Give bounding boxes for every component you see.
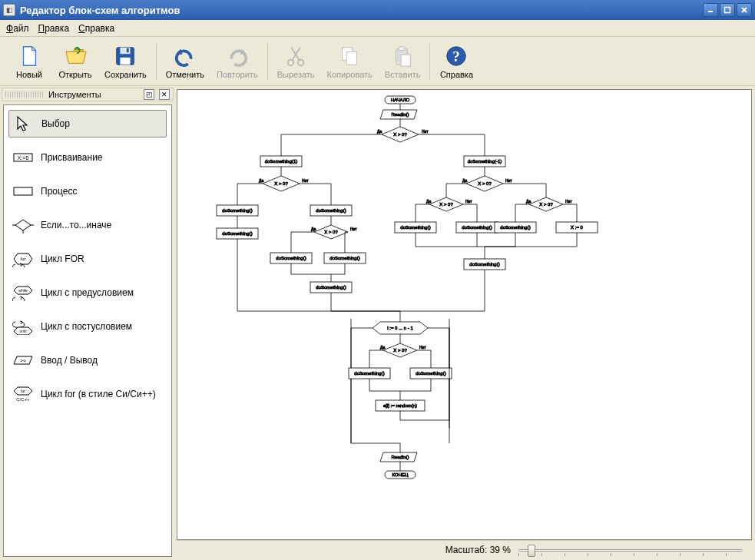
paste-button[interactable]: Вставить <box>379 39 427 84</box>
copy-button[interactable]: Копировать <box>321 39 379 84</box>
tool-io-label: Ввод / Вывод <box>41 355 98 366</box>
redo-label: Повторить <box>217 70 258 79</box>
svg-text:doSomething(): doSomething() <box>276 256 306 260</box>
svg-text:Нет: Нет <box>422 129 429 134</box>
tool-if[interactable]: Если...то...иначе <box>8 211 167 239</box>
zoom-slider[interactable] <box>515 543 746 557</box>
svg-text:Да: Да <box>462 178 467 183</box>
toolbar: Новый Открыть Сохранить Отменить Повтори… <box>0 37 755 86</box>
tool-until[interactable]: until Цикл с постусловием <box>8 313 167 340</box>
svg-text:for: for <box>20 257 25 261</box>
minimize-button[interactable] <box>703 3 718 17</box>
svg-text:doSomething(): doSomething() <box>469 262 499 267</box>
svg-text:Нет: Нет <box>302 178 309 183</box>
svg-text:Нет: Нет <box>419 345 426 350</box>
svg-rect-14 <box>401 55 410 66</box>
instruments-header: Инструменты ◰ ✕ <box>2 88 174 101</box>
svg-text:X > 0?: X > 0? <box>274 181 288 186</box>
paste-label: Вставить <box>385 70 421 79</box>
svg-text:doSomething(): doSomething() <box>222 231 252 236</box>
new-file-icon <box>17 44 41 68</box>
titlebar: ◧ Редактор блок-схем алгоритмов <box>0 0 755 20</box>
until-icon: until <box>12 317 35 336</box>
svg-rect-11 <box>346 51 356 65</box>
svg-text:doSomething(): doSomething() <box>316 208 346 213</box>
svg-text:?: ? <box>453 48 460 64</box>
assign-icon: X:=0 <box>12 148 35 167</box>
open-label: Открыть <box>58 70 91 79</box>
redo-button[interactable]: Повторить <box>210 39 264 84</box>
svg-text:Да: Да <box>311 227 316 231</box>
svg-text:Readln(): Readln() <box>391 112 409 117</box>
svg-text:i := 0 ... n - 1: i := 0 ... n - 1 <box>387 326 413 330</box>
svg-text:doSomething(): doSomething() <box>329 256 359 260</box>
svg-rect-7 <box>127 48 129 52</box>
help-button[interactable]: ? Справка <box>433 39 479 84</box>
svg-text:doSomething(): doSomething() <box>222 208 252 213</box>
svg-rect-13 <box>399 46 405 50</box>
undo-button[interactable]: Отменить <box>160 39 210 84</box>
tool-process[interactable]: Процесс <box>8 177 167 205</box>
tool-cfor[interactable]: forC/C++ Цикл for (в стиле Си/Си++) <box>8 380 167 408</box>
svg-text:X := 0: X := 0 <box>571 225 584 230</box>
svg-text:doSomething(1): doSomething(1) <box>265 159 298 164</box>
svg-text:Нет: Нет <box>465 199 472 204</box>
tool-for[interactable]: for Цикл FOR <box>8 245 167 273</box>
svg-text:doSomething(): doSomething() <box>462 225 492 230</box>
menu-file[interactable]: Файл <box>6 23 29 34</box>
svg-text:НАЧАЛО: НАЧАЛО <box>391 98 410 102</box>
svg-text:Да: Да <box>526 199 531 204</box>
save-disk-icon <box>113 44 137 68</box>
svg-text:doSomething(-1): doSomething(-1) <box>468 159 502 164</box>
open-folder-icon <box>63 44 88 68</box>
svg-text:X > 0?: X > 0? <box>539 202 553 207</box>
new-label: Новый <box>16 70 42 79</box>
close-button[interactable] <box>737 3 752 17</box>
while-icon: while <box>12 283 35 302</box>
open-button[interactable]: Открыть <box>52 39 98 84</box>
panel-float-button[interactable]: ◰ <box>144 89 154 100</box>
toolbar-separator <box>156 43 157 80</box>
svg-text:doSomething(): doSomething() <box>400 225 430 230</box>
svg-text:Да: Да <box>377 129 382 134</box>
menubar: Файл Правка Справка <box>0 20 755 37</box>
svg-text:Да: Да <box>426 199 431 204</box>
svg-text:X > 0?: X > 0? <box>393 348 407 353</box>
save-label: Сохранить <box>104 70 147 79</box>
panel-close-button[interactable]: ✕ <box>159 89 170 100</box>
cut-label: Вырезать <box>277 70 315 79</box>
flowchart-canvas[interactable]: НАЧАЛО Readln() X > 0? Да Нет doSomethin… <box>177 89 752 540</box>
svg-text:X > 0?: X > 0? <box>439 202 453 207</box>
svg-rect-19 <box>14 187 32 195</box>
app-icon: ◧ <box>3 4 15 16</box>
for-icon: for <box>12 250 35 268</box>
save-button[interactable]: Сохранить <box>98 39 153 84</box>
tool-assign[interactable]: X:=0 Присваивание <box>8 144 167 171</box>
new-button[interactable]: Новый <box>6 39 52 84</box>
toolbar-separator <box>267 43 268 80</box>
svg-text:doSomething(): doSomething() <box>416 371 445 376</box>
svg-text:Нет: Нет <box>350 227 357 231</box>
tool-io[interactable]: >> Ввод / Вывод <box>8 346 167 374</box>
menu-edit[interactable]: Правка <box>38 23 70 34</box>
svg-text:X > 0?: X > 0? <box>324 230 338 234</box>
tool-until-label: Цикл с постусловием <box>41 321 132 332</box>
svg-text:>>: >> <box>20 358 26 363</box>
svg-text:doSomething(): doSomething() <box>500 225 530 230</box>
svg-text:X > 0?: X > 0? <box>393 132 407 137</box>
tool-select-label: Выбор <box>41 118 70 129</box>
svg-text:Нет: Нет <box>505 178 512 183</box>
toolbar-separator <box>429 43 430 80</box>
maximize-button[interactable] <box>720 3 735 17</box>
if-icon <box>12 216 35 234</box>
svg-text:for: for <box>21 389 25 393</box>
svg-text:КОНЕЦ: КОНЕЦ <box>392 472 409 477</box>
svg-text:Нет: Нет <box>565 199 572 204</box>
menu-help[interactable]: Справка <box>78 23 114 34</box>
cut-button[interactable]: Вырезать <box>271 39 321 84</box>
statusbar: Масштаб: 39 % <box>177 540 752 558</box>
copy-label: Копировать <box>327 70 373 79</box>
tool-process-label: Процесс <box>41 186 77 197</box>
tool-select[interactable]: Выбор <box>8 110 167 138</box>
tool-while[interactable]: while Цикл с предусловием <box>8 279 167 307</box>
